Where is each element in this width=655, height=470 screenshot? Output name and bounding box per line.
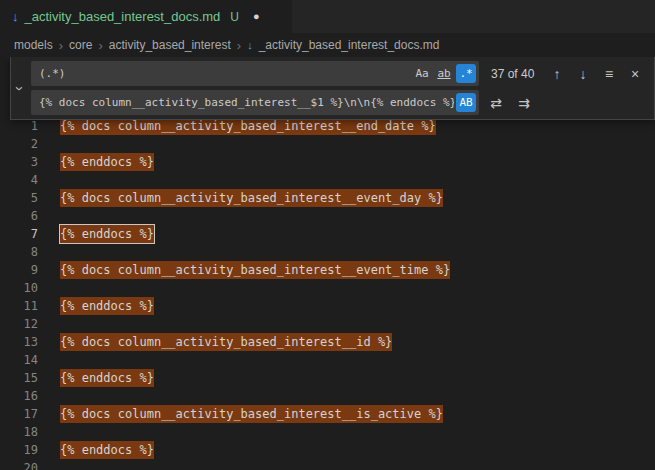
line-number[interactable]: 17 — [0, 405, 38, 423]
breadcrumb-separator-icon: › — [59, 38, 63, 53]
chevron-down-icon: › — [12, 86, 29, 91]
line-number[interactable]: 14 — [0, 351, 38, 369]
line-number[interactable]: 4 — [0, 171, 38, 189]
line-number[interactable]: 8 — [0, 243, 38, 261]
code-line-text[interactable]: {% docs column__activity_based_interest_… — [60, 189, 443, 207]
git-status-badge: U — [230, 10, 239, 24]
code-line-text[interactable]: {% docs column__activity_based_interest_… — [60, 261, 450, 279]
code-line[interactable]: 9 {% docs column__activity_based_interes… — [0, 261, 655, 279]
code-line[interactable]: 3 {% enddocs %} — [0, 153, 655, 171]
find-row: (.*) Aa ab .* 37 of 40 ↑ ↓ ≡ × — [31, 61, 648, 86]
breadcrumb-separator-icon: › — [98, 38, 102, 53]
replace-row: {% docs column__activity_based_interest_… — [31, 90, 648, 115]
code-line[interactable]: 18 — [0, 423, 655, 441]
find-input[interactable]: (.*) Aa ab .* — [31, 61, 479, 86]
line-number[interactable]: 19 — [0, 441, 38, 459]
breadcrumb: models › core › activity_based_interest … — [0, 33, 655, 57]
find-in-selection-button[interactable]: ≡ — [598, 63, 620, 85]
match-count: 37 of 40 — [491, 67, 534, 81]
whole-word-button[interactable]: ab — [434, 64, 454, 83]
replace-input[interactable]: {% docs column__activity_based_interest_… — [31, 90, 479, 115]
previous-match-button[interactable]: ↑ — [546, 63, 568, 85]
code-line[interactable]: 15 {% enddocs %} — [0, 369, 655, 387]
code-line[interactable]: 4 — [0, 171, 655, 189]
line-number[interactable]: 16 — [0, 387, 38, 405]
code-line-text[interactable]: {% enddocs %} — [60, 225, 154, 243]
code-line-text[interactable]: {% enddocs %} — [60, 153, 154, 171]
tab-bar: ↓ _activity_based_interest_docs.md U ● — [0, 0, 655, 33]
code-line[interactable]: 8 — [0, 243, 655, 261]
line-number[interactable]: 3 — [0, 153, 38, 171]
toggle-replace-button[interactable]: › — [11, 57, 29, 119]
code-line[interactable]: 2 — [0, 135, 655, 153]
editor-tab[interactable]: ↓ _activity_based_interest_docs.md U ● — [0, 0, 292, 33]
line-number[interactable]: 13 — [0, 333, 38, 351]
line-number[interactable]: 11 — [0, 297, 38, 315]
line-number[interactable]: 20 — [0, 459, 38, 470]
line-number[interactable]: 9 — [0, 261, 38, 279]
code-line[interactable]: 10 — [0, 279, 655, 297]
code-line[interactable]: 11 {% enddocs %} — [0, 297, 655, 315]
line-number[interactable]: 6 — [0, 207, 38, 225]
breadcrumb-item-file[interactable]: _activity_based_interest_docs.md — [259, 38, 440, 52]
find-replace-widget: › (.*) Aa ab .* 37 of 40 ↑ ↓ ≡ × — [10, 57, 655, 120]
code-line[interactable]: 6 — [0, 207, 655, 225]
code-line[interactable]: 20 — [0, 459, 655, 470]
code-line-text[interactable]: {% enddocs %} — [60, 441, 154, 459]
find-nav-group: ↑ ↓ ≡ × — [546, 63, 648, 85]
editor-area: › (.*) Aa ab .* 37 of 40 ↑ ↓ ≡ × — [0, 57, 655, 470]
breadcrumb-item-core[interactable]: core — [69, 38, 92, 52]
code-line[interactable]: 17 {% docs column__activity_based_intere… — [0, 405, 655, 423]
line-number[interactable]: 12 — [0, 315, 38, 333]
find-input-value: (.*) — [39, 67, 410, 80]
code-line[interactable]: 14 — [0, 351, 655, 369]
code-line[interactable]: 7 {% enddocs %} — [0, 225, 655, 243]
code-line[interactable]: 13 {% docs column__activity_based_intere… — [0, 333, 655, 351]
code-line-text[interactable]: {% enddocs %} — [60, 369, 154, 387]
code-line[interactable]: 12 — [0, 315, 655, 333]
markdown-file-icon: ↓ — [247, 40, 253, 51]
code-line[interactable]: 19 {% enddocs %} — [0, 441, 655, 459]
line-number[interactable]: 7 — [0, 225, 38, 243]
line-number[interactable]: 2 — [0, 135, 38, 153]
breadcrumb-item-activity-based-interest[interactable]: activity_based_interest — [109, 38, 231, 52]
code-line-text[interactable]: {% docs column__activity_based_interest_… — [60, 405, 443, 423]
line-number[interactable]: 15 — [0, 369, 38, 387]
code-line-text[interactable]: {% docs column__activity_based_interest_… — [60, 333, 392, 351]
line-number[interactable]: 18 — [0, 423, 38, 441]
match-case-button[interactable]: Aa — [412, 64, 432, 83]
markdown-file-icon: ↓ — [12, 10, 19, 23]
breadcrumb-item-models[interactable]: models — [14, 38, 53, 52]
replace-input-value: {% docs column__activity_based_interest_… — [39, 96, 454, 109]
close-find-button[interactable]: × — [624, 63, 646, 85]
code-line-text[interactable]: {% enddocs %} — [60, 297, 154, 315]
dirty-indicator-icon[interactable]: ● — [253, 11, 260, 22]
find-widget-rows: (.*) Aa ab .* 37 of 40 ↑ ↓ ≡ × — [29, 57, 654, 119]
replace-all-button[interactable]: ⇉ — [513, 92, 535, 114]
next-match-button[interactable]: ↓ — [572, 63, 594, 85]
code-line[interactable]: 16 — [0, 387, 655, 405]
breadcrumb-separator-icon: › — [237, 38, 241, 53]
code-line[interactable]: 5 {% docs column__activity_based_interes… — [0, 189, 655, 207]
regex-button[interactable]: .* — [456, 64, 476, 83]
replace-button[interactable]: ⇄ — [485, 92, 507, 114]
line-number[interactable]: 5 — [0, 189, 38, 207]
line-number[interactable]: 10 — [0, 279, 38, 297]
preserve-case-button[interactable]: AB — [456, 93, 476, 112]
tab-title: _activity_based_interest_docs.md — [25, 9, 221, 24]
vscode-window: ↓ _activity_based_interest_docs.md U ● m… — [0, 0, 655, 470]
